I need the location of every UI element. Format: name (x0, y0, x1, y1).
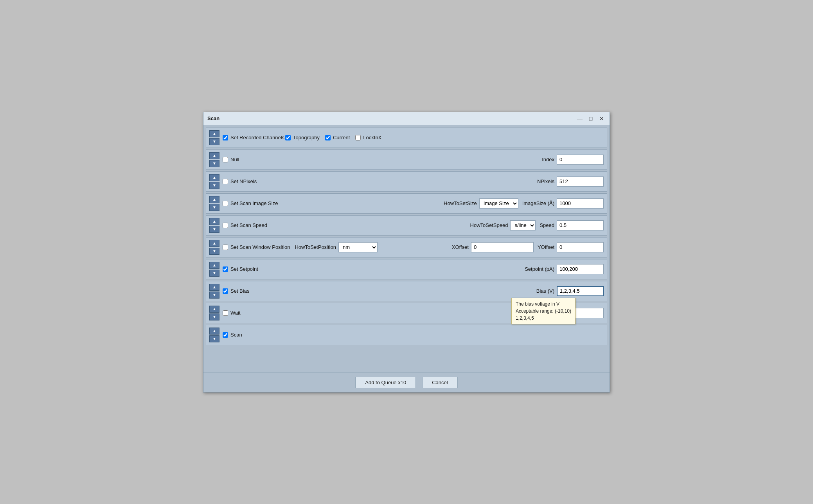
footer: Add to Queue x10 Cancel (203, 373, 610, 392)
channel-topography: Topography (285, 135, 320, 140)
label-set-scan-window-position: Set Scan Window Position (230, 244, 290, 250)
up-arrow-2[interactable]: ▲ (209, 174, 219, 181)
up-arrow-0[interactable]: ▲ (209, 130, 219, 137)
label-index: Index (542, 157, 554, 162)
fields-scan-speed: HowToSetSpeed s/line Speed (444, 220, 604, 230)
check-label-4: Set Scan Speed (223, 222, 285, 228)
label-setpoint: Setpoint (pA) (525, 266, 554, 272)
tooltip-line1: The bias voltage in V (516, 301, 571, 308)
input-imagesize[interactable] (557, 198, 604, 209)
up-arrow-4[interactable]: ▲ (209, 218, 219, 225)
label-yoffset: YOffset (538, 244, 554, 250)
up-arrow-9[interactable]: ▲ (209, 328, 219, 335)
fields-null: Index (444, 155, 604, 165)
add-to-queue-button[interactable]: Add to Queue x10 (355, 377, 416, 388)
down-arrow-2[interactable]: ▼ (209, 182, 219, 189)
close-button[interactable]: ✕ (598, 115, 606, 122)
row-controls-9: ▲ ▼ (209, 328, 219, 342)
down-arrow-3[interactable]: ▼ (209, 204, 219, 211)
check-label-3: Set Scan Image Size (223, 200, 285, 206)
row-controls-7: ▲ ▼ (209, 284, 219, 299)
input-setpoint[interactable] (557, 264, 604, 274)
content-spacer (206, 347, 607, 370)
field-howtosetspeed: HowToSetSpeed s/line (470, 220, 536, 230)
input-yoffset[interactable] (557, 242, 604, 252)
label-npixels: NPixels (537, 178, 554, 184)
label-scan: Scan (230, 332, 242, 338)
label-set-npixels: Set NPixels (230, 178, 257, 184)
field-bias: Bias (V) (536, 286, 604, 296)
down-arrow-1[interactable]: ▼ (209, 160, 219, 167)
down-arrow-9[interactable]: ▼ (209, 335, 219, 342)
cancel-button[interactable]: Cancel (422, 377, 457, 388)
check-label-5: Set Scan Window Position (223, 244, 290, 250)
label-howtosetsize: HowToSetSize (444, 200, 477, 206)
up-arrow-5[interactable]: ▲ (209, 240, 219, 247)
select-howtosetsize[interactable]: Image Size (479, 198, 518, 209)
checkbox-set-scan-window-position[interactable] (223, 245, 228, 250)
label-speed: Speed (540, 222, 554, 228)
fields-scan-image-size: HowToSetSize Image Size ImageSize (Å) (444, 198, 604, 209)
down-arrow-5[interactable]: ▼ (209, 248, 219, 255)
tooltip-line2: Acceptable range: (-10,10) (516, 308, 571, 315)
label-howtosetposition: HowToSetPosition (295, 244, 336, 250)
checkbox-wait[interactable] (223, 310, 228, 316)
field-setpoint: Setpoint (pA) (525, 264, 604, 274)
down-arrow-0[interactable]: ▼ (209, 138, 219, 145)
field-yoffset: YOffset (538, 242, 604, 252)
minimize-button[interactable]: — (576, 115, 584, 122)
field-imagesize: ImageSize (Å) (522, 198, 604, 209)
select-howtosetposition[interactable]: nm (338, 242, 378, 252)
input-xoffset[interactable] (471, 242, 534, 252)
down-arrow-4[interactable]: ▼ (209, 226, 219, 233)
checkbox-lockinx[interactable] (355, 135, 361, 140)
checkbox-topography[interactable] (285, 135, 291, 140)
down-arrow-7[interactable]: ▼ (209, 292, 219, 299)
bias-tooltip: The bias voltage in V Acceptable range: … (511, 298, 576, 324)
row-set-scan-window-position: ▲ ▼ Set Scan Window Position HowToSetPos… (206, 237, 607, 257)
content-area: ▲ ▼ Set Recorded Channels Topography Cur… (203, 125, 610, 373)
row-controls-1: ▲ ▼ (209, 152, 219, 167)
label-howtosetspeed: HowToSetSpeed (470, 222, 508, 228)
row-controls-8: ▲ ▼ (209, 306, 219, 320)
checkbox-null[interactable] (223, 157, 228, 162)
row-controls-6: ▲ ▼ (209, 262, 219, 277)
check-label-0: Set Recorded Channels (223, 135, 285, 140)
checkbox-set-bias[interactable] (223, 288, 228, 294)
up-arrow-8[interactable]: ▲ (209, 306, 219, 313)
tooltip-line3: 1,2,3,4,5 (516, 315, 571, 322)
checkbox-set-setpoint[interactable] (223, 266, 228, 272)
label-bias: Bias (V) (536, 288, 554, 294)
label-topography: Topography (293, 135, 320, 140)
window-controls: — □ ✕ (576, 115, 606, 122)
checkbox-set-scan-image-size[interactable] (223, 201, 228, 206)
fields-bias: Bias (V) (444, 286, 604, 296)
checkbox-current[interactable] (325, 135, 331, 140)
row-set-scan-image-size: ▲ ▼ Set Scan Image Size HowToSetSize Ima… (206, 193, 607, 214)
maximize-button[interactable]: □ (587, 115, 595, 122)
down-arrow-6[interactable]: ▼ (209, 270, 219, 277)
up-arrow-7[interactable]: ▲ (209, 284, 219, 291)
input-speed[interactable] (557, 220, 604, 230)
select-howtosetspeed[interactable]: s/line (510, 220, 536, 230)
up-arrow-6[interactable]: ▲ (209, 262, 219, 269)
input-index[interactable] (557, 155, 604, 165)
checkbox-set-scan-speed[interactable] (223, 223, 228, 228)
up-arrow-3[interactable]: ▲ (209, 196, 219, 203)
up-arrow-1[interactable]: ▲ (209, 152, 219, 159)
row-controls-0: ▲ ▼ (209, 130, 219, 145)
label-set-recorded-channels: Set Recorded Channels (230, 135, 284, 140)
checkbox-set-recorded-channels[interactable] (223, 135, 228, 140)
checkbox-set-npixels[interactable] (223, 179, 228, 184)
row-controls-3: ▲ ▼ (209, 196, 219, 211)
field-xoffset: XOffset (452, 242, 534, 252)
checkbox-scan[interactable] (223, 332, 228, 338)
title-bar: Scan — □ ✕ (203, 112, 610, 125)
down-arrow-8[interactable]: ▼ (209, 313, 219, 320)
input-bias[interactable] (557, 286, 604, 296)
row-set-setpoint: ▲ ▼ Set Setpoint Setpoint (pA) (206, 259, 607, 279)
label-wait: Wait (230, 310, 241, 316)
input-npixels[interactable] (557, 176, 604, 187)
fields-setpoint: Setpoint (pA) (444, 264, 604, 274)
row-set-bias: ▲ ▼ Set Bias Bias (V) The bias voltage i… (206, 281, 607, 301)
